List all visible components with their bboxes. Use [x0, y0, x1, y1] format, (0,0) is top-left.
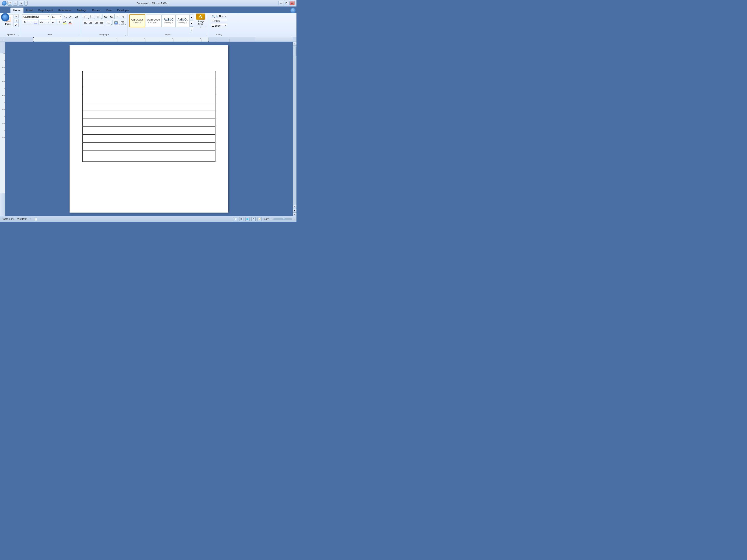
- restore-btn[interactable]: ❐: [284, 1, 289, 5]
- table-cell[interactable]: [83, 103, 215, 111]
- style-normal[interactable]: AaBbCcDc ¶ Normal: [129, 14, 145, 27]
- scroll-down-btn[interactable]: ▼: [293, 212, 297, 216]
- redo-quick-btn[interactable]: ↪: [19, 1, 23, 6]
- view-outline-btn[interactable]: ≡: [251, 217, 256, 221]
- document-table[interactable]: [82, 71, 215, 162]
- document-canvas[interactable]: [5, 42, 293, 216]
- change-styles-button[interactable]: A ChangeStyles ▾: [194, 14, 207, 27]
- font-expand[interactable]: ⌞: [78, 33, 79, 36]
- vertical-scrollbar[interactable]: ▲ ▲ ▼ ▼: [293, 42, 297, 216]
- multilevel-dropdown[interactable]: ▾: [101, 14, 102, 19]
- show-hide-btn[interactable]: ¶: [121, 14, 126, 19]
- view-full-screen-btn[interactable]: ⊞: [239, 217, 243, 221]
- tab-view[interactable]: View: [103, 7, 114, 13]
- align-left-btn[interactable]: [83, 20, 88, 25]
- document-page[interactable]: [70, 45, 228, 213]
- tab-references[interactable]: References: [56, 7, 74, 13]
- borders-btn[interactable]: [120, 20, 125, 25]
- font-size-selector[interactable]: 11 ▾: [51, 14, 62, 19]
- font-size-down-btn[interactable]: A▼: [69, 14, 74, 19]
- table-cell[interactable]: [83, 95, 215, 103]
- tab-review[interactable]: Review: [89, 7, 103, 13]
- align-center-btn[interactable]: [88, 20, 93, 25]
- table-cell[interactable]: [83, 142, 215, 151]
- change-case-btn[interactable]: Aa: [74, 14, 79, 19]
- select-button[interactable]: ☰ Select ▾: [211, 24, 227, 28]
- font-color-btn[interactable]: A: [68, 20, 73, 25]
- doc-status-icon[interactable]: 📄: [34, 217, 37, 221]
- increase-indent-btn[interactable]: [108, 14, 114, 19]
- table-cell[interactable]: [83, 111, 215, 119]
- save-quick-btn[interactable]: 💾: [7, 1, 12, 6]
- font-size-up-btn[interactable]: A▲: [63, 14, 68, 19]
- tab-home[interactable]: Home: [10, 7, 24, 13]
- highlight-btn[interactable]: ab: [62, 20, 67, 25]
- bullets-btn[interactable]: [83, 14, 88, 19]
- table-cell[interactable]: [83, 79, 215, 87]
- multilevel-btn[interactable]: [96, 14, 101, 19]
- styles-scroll-down[interactable]: ▼: [190, 21, 193, 27]
- superscript-button[interactable]: x2: [50, 20, 56, 25]
- horizontal-ruler[interactable]: L 1 2 3 4 5 6 7: [5, 37, 293, 42]
- bullets-dropdown[interactable]: ▾: [88, 14, 89, 19]
- shading-dropdown[interactable]: ▾: [119, 20, 120, 25]
- align-right-btn[interactable]: [94, 20, 99, 25]
- numbering-dropdown[interactable]: ▾: [95, 14, 95, 19]
- styles-scroll-up[interactable]: ▲: [190, 14, 193, 20]
- table-cell[interactable]: [83, 87, 215, 95]
- style-heading1[interactable]: AaBbC Heading 1: [162, 14, 176, 27]
- italic-button[interactable]: I: [28, 20, 33, 25]
- zoom-thumb[interactable]: [283, 218, 285, 220]
- underline-button[interactable]: U: [33, 20, 38, 25]
- styles-more[interactable]: ▾: [190, 27, 193, 33]
- tab-mailings[interactable]: Mailings: [74, 7, 89, 13]
- table-cell[interactable]: [83, 135, 215, 142]
- borders-dropdown[interactable]: ▾: [125, 20, 126, 25]
- close-btn[interactable]: ✕: [289, 1, 294, 5]
- page-info[interactable]: Page: 1 of 1: [2, 218, 15, 220]
- scroll-track[interactable]: [293, 46, 297, 205]
- bold-button[interactable]: B: [22, 20, 27, 25]
- view-draft-btn[interactable]: 📝: [257, 217, 262, 221]
- zoom-minus-btn[interactable]: ─: [270, 218, 273, 220]
- undo-quick-btn[interactable]: ↩: [13, 1, 18, 6]
- decrease-indent-btn[interactable]: [103, 14, 108, 19]
- numbering-btn[interactable]: 1.2.3.: [89, 14, 94, 19]
- sort-btn[interactable]: A↕: [115, 14, 121, 19]
- font-name-selector[interactable]: Calibri (Body) ▾: [22, 14, 50, 19]
- tab-developer[interactable]: Developer: [114, 7, 132, 13]
- scroll-up-page-btn[interactable]: ▲: [293, 205, 297, 208]
- cut-button[interactable]: ✂: [14, 14, 19, 19]
- format-painter-button[interactable]: 🖌: [14, 23, 19, 27]
- zoom-level[interactable]: 100%: [263, 218, 269, 220]
- table-cell[interactable]: [83, 71, 215, 79]
- copy-button[interactable]: ⎘: [14, 19, 19, 23]
- scroll-up-btn[interactable]: ▲: [293, 42, 297, 46]
- justify-btn[interactable]: [99, 20, 104, 25]
- office-button[interactable]: [1, 13, 9, 22]
- zoom-slider[interactable]: [273, 218, 292, 220]
- word-count[interactable]: Words: 0: [17, 218, 27, 220]
- tab-insert[interactable]: Insert: [24, 7, 36, 13]
- strikethrough-button[interactable]: abc: [39, 20, 45, 25]
- find-button[interactable]: 🔍 🔍 Find ▾: [211, 14, 227, 19]
- table-cell[interactable]: [83, 119, 215, 127]
- clear-formatting-btn[interactable]: A: [57, 20, 62, 25]
- scroll-thumb[interactable]: [293, 47, 297, 56]
- view-web-btn[interactable]: 🌐: [246, 217, 250, 221]
- tab-page-layout[interactable]: Page Layout: [35, 7, 56, 13]
- clipboard-expand[interactable]: ⌞: [18, 33, 19, 36]
- line-spacing-btn[interactable]: [106, 20, 111, 25]
- spell-check-icon[interactable]: ✓: [29, 218, 31, 220]
- qa-dropdown-btn[interactable]: ▾: [24, 1, 28, 6]
- view-print-layout-btn[interactable]: 📄: [233, 217, 237, 221]
- paragraph-expand[interactable]: ⌞: [125, 33, 126, 36]
- line-spacing-dropdown[interactable]: ▾: [111, 20, 112, 25]
- style-no-spacing[interactable]: AaBbCcDc ¶ No Spaci...: [146, 14, 161, 27]
- table-cell[interactable]: [83, 127, 215, 135]
- subscript-button[interactable]: x2: [45, 20, 50, 25]
- replace-button[interactable]: Replace: [211, 19, 227, 23]
- help-btn[interactable]: ?: [290, 8, 295, 13]
- style-heading2[interactable]: AaBbCc Heading 2: [176, 14, 189, 27]
- scroll-down-page-btn[interactable]: ▼: [293, 209, 297, 212]
